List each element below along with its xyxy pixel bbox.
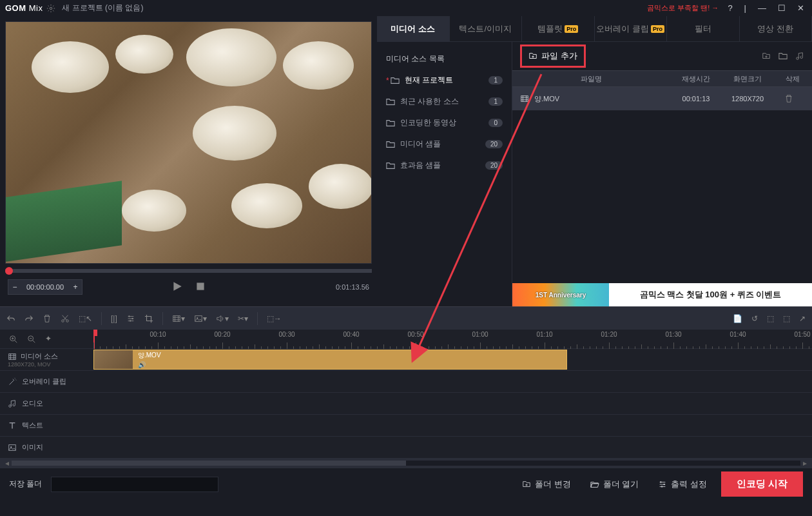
pro-badge: Pro [565,25,578,33]
right-tool-4[interactable]: ⬚ [783,314,790,323]
time-minus-button[interactable]: − [8,280,21,294]
wand-icon [8,377,17,386]
stop-button[interactable] [195,281,206,294]
time-plus-button[interactable]: + [69,280,82,294]
timeline-scroll-thumb[interactable] [12,461,406,466]
folder-open-icon [590,480,599,489]
timeline-scrollbar[interactable]: ◂ ▸ [0,459,812,468]
media-category[interactable]: 최근 사용한 소스1 [377,91,512,112]
app-logo: GOM Mix [5,3,43,13]
right-tool-1[interactable]: 📄 [733,314,742,323]
zoom-in-button[interactable] [9,334,18,344]
text-icon [8,421,17,430]
open-folder-button[interactable]: 폴더 열기 [585,476,644,493]
image-icon [8,443,17,452]
track-text[interactable] [93,415,812,437]
adjust-button[interactable] [126,314,135,323]
media-category[interactable]: *현재 프로젝트1 [377,70,512,91]
add-file-button[interactable]: 파일 추가 [520,45,586,68]
film-icon [8,352,17,361]
redo-button[interactable] [24,314,34,323]
file-list-header: 파일명 재생시간 화면크기 삭제 [512,70,812,87]
overlay-tool[interactable]: ⬚→ [267,314,282,323]
bottom-bar: 저장 폴더 폴더 변경 폴더 열기 출력 설정 인코딩 시작 [0,468,812,500]
current-time: 00:00:00.00 [21,283,69,291]
media-category[interactable]: 미디어 샘플20 [377,134,512,155]
toolbar-icon-1[interactable] [762,52,771,61]
select-button[interactable]: ⬚↖ [79,314,92,323]
encode-button[interactable]: 인코딩 시작 [721,471,803,497]
split-button[interactable]: [|] [111,314,117,323]
clip-name: 양.MOV [138,351,161,360]
right-tool-2[interactable]: ↺ [751,314,758,323]
track-media[interactable]: 양.MOV 🔊 [93,349,812,371]
promo-link[interactable]: 곰믹스로 부족할 땐! → [647,3,719,13]
preview-seek-bar[interactable] [5,269,372,273]
timeline-clip[interactable]: 양.MOV 🔊 [93,350,567,370]
trim-tool[interactable]: ✂▾ [238,314,248,323]
track-label-text: 텍스트 [0,415,93,437]
maximize-button[interactable]: ☐ [775,3,788,13]
tab-overlay[interactable]: 오버레이 클립Pro [595,16,668,41]
crop-button[interactable] [144,314,153,323]
project-title: 새 프로젝트 (이름 없음) [62,3,143,14]
file-delete-button[interactable] [773,94,804,103]
tab-text-image[interactable]: 텍스트/이미지 [450,16,523,41]
track-label-audio: 오디오 [0,393,93,415]
zoom-out-button[interactable] [27,334,36,344]
note-icon [8,399,17,408]
cut-button[interactable] [61,314,70,323]
titlebar: GOM Mix 새 프로젝트 (이름 없음) 곰믹스로 부족할 땐! → ? |… [0,0,812,16]
pro-badge: Pro [651,25,664,33]
clip-thumbnail [94,350,133,369]
media-sidebar-title: 미디어 소스 목록 [377,48,512,70]
tab-template[interactable]: 템플릿Pro [522,16,595,41]
source-tabs: 미디어 소스 텍스트/이미지 템플릿Pro 오버레이 클립Pro 필터 영상 전… [377,16,812,42]
clip-audio-icon: 🔊 [138,361,161,368]
promo-banner[interactable]: 1ST Anniversary 곰믹스 맥스 첫달 100원 + 퀴즈 이벤트 [512,283,812,306]
media-category[interactable]: 인코딩한 동영상0 [377,112,512,134]
audio-tool[interactable]: ▾ [216,314,229,323]
duration-label: 0:01:13.56 [336,283,369,291]
image-tool[interactable]: ▾ [194,314,207,323]
timeline-toolbar: ⬚↖ [|] ▾ ▾ ▾ ✂▾ ⬚→ 📄 ↺ ⬚ ⬚ ↗ [0,306,812,330]
undo-button[interactable] [6,314,15,323]
preview-video[interactable] [5,21,372,264]
timeline: ✦ 00:1000:2000:3000:4000:5001:0001:1001:… [0,330,812,468]
delete-button[interactable] [43,314,52,323]
seek-thumb[interactable] [5,267,13,275]
settings-gear-icon[interactable] [46,3,55,13]
track-image[interactable] [93,437,812,459]
folder-change-icon [522,480,531,489]
timeline-ruler[interactable]: 00:1000:2000:3000:4000:5001:0001:1001:20… [93,330,812,349]
tab-media[interactable]: 미디어 소스 [377,16,450,41]
close-button[interactable]: ✕ [795,3,807,13]
minimize-button[interactable]: — [755,3,769,13]
banner-text: 곰믹스 맥스 첫달 100원 + 퀴즈 이벤트 [609,289,812,301]
output-settings-button[interactable]: 출력 설정 [653,476,712,493]
help-button[interactable]: ? [725,3,735,13]
preview-panel: − 00:00:00.00 + 0:01:13.56 [0,16,377,306]
time-input: − 00:00:00.00 + [8,279,82,295]
track-audio[interactable] [93,393,812,415]
track-label-image: 이미지 [0,437,93,459]
change-folder-button[interactable]: 폴더 변경 [517,476,576,493]
zoom-fit-button[interactable]: ✦ [45,334,52,343]
video-tool[interactable]: ▾ [172,314,185,323]
right-tool-3[interactable]: ⬚ [767,314,774,323]
right-tool-5[interactable]: ↗ [799,314,806,323]
media-category[interactable]: 효과음 샘플20 [377,155,512,176]
tab-filter[interactable]: 필터 [667,16,740,41]
toolbar-icon-2[interactable] [778,52,788,61]
save-folder-label: 저장 폴더 [9,479,42,490]
file-row[interactable]: 양.MOV00:01:131280X720 [512,87,812,110]
divider: | [742,3,749,13]
track-overlay[interactable] [93,371,812,393]
play-button[interactable] [171,281,183,294]
save-folder-path[interactable] [51,477,218,492]
tab-transition[interactable]: 영상 전환 [740,16,813,41]
toolbar-icon-3[interactable] [795,52,804,61]
film-icon [520,94,529,103]
media-sidebar: 미디어 소스 목록 *현재 프로젝트1최근 사용한 소스1인코딩한 동영상0미디… [377,42,512,306]
add-file-icon [528,52,537,61]
